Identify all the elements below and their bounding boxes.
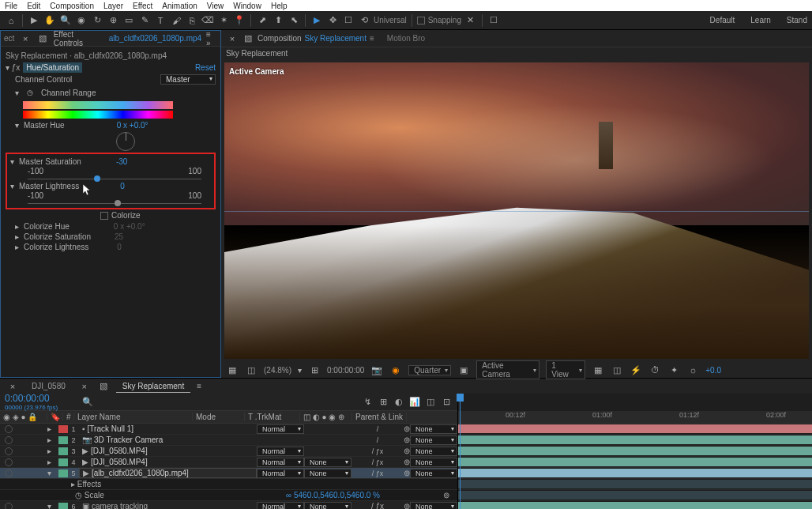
pen-tool-icon[interactable]: ✎	[138, 14, 151, 27]
disclosure-icon[interactable]: ▾	[10, 182, 14, 190]
layer-switches[interactable]: /	[351, 425, 404, 433]
adapt-res-icon[interactable]: ⊡	[440, 396, 453, 409]
motion-blur-icon[interactable]: ◐	[393, 396, 405, 409]
home-icon[interactable]: ⌂	[5, 14, 17, 27]
roto-tool-icon[interactable]: ✶	[217, 14, 230, 27]
layer-row[interactable]: ▸ 1 ▪[Track Null 1] Normal / ⊚ None	[0, 424, 457, 435]
disclosure-icon[interactable]: ▸	[47, 447, 58, 455]
scale-value[interactable]: ∞ 5460.0,5460.0,5460.0 %	[286, 491, 380, 500]
layer-row[interactable]: ▸ 3 ▶[DJI_0580.MP4] Normal / ƒx ⊚ None	[0, 446, 457, 457]
layer-name[interactable]: ▶[DJI_0580.MP4]	[79, 458, 257, 466]
visibility-toggle[interactable]	[5, 447, 13, 455]
resolution-icon[interactable]: ⊞	[308, 364, 321, 376]
workspace-standard[interactable]: Stand	[787, 16, 807, 25]
layer-mode-dropdown[interactable]: Normal	[257, 502, 304, 510]
pickwhip-icon[interactable]: ⊚	[404, 447, 410, 455]
pan-icon[interactable]: ✥	[326, 14, 339, 27]
panel-label-project[interactable]: ect	[4, 34, 14, 43]
menu-window[interactable]: Window	[233, 2, 261, 10]
layer-parent-dropdown[interactable]: None	[410, 502, 457, 510]
layer-parent-dropdown[interactable]: None	[410, 447, 457, 456]
layer-parent-dropdown[interactable]: None	[410, 458, 457, 467]
comp-tab-dji[interactable]: DJI_0580	[25, 380, 72, 392]
graph-editor-icon[interactable]: 📊	[408, 396, 421, 409]
menu-edit[interactable]: Edit	[27, 2, 40, 10]
channel-control-dropdown[interactable]: Master	[160, 74, 216, 85]
layer-color-swatch[interactable]	[58, 469, 68, 477]
layer-color-swatch[interactable]	[58, 436, 68, 444]
layer-switches[interactable]: / ƒx	[351, 447, 404, 455]
fx-toggle-icon[interactable]: ▾ ƒx	[6, 63, 20, 72]
fast-preview-icon[interactable]: ⚡	[630, 364, 642, 376]
effect-controls-tab[interactable]: Effect Controls	[54, 30, 104, 47]
exposure-value[interactable]: +0.0	[705, 366, 721, 375]
axis-view-icon[interactable]: ⬉	[288, 14, 300, 27]
pickwhip-icon[interactable]: ⊚	[404, 458, 410, 466]
comp-tab-sky[interactable]: Sky Replacement	[116, 380, 190, 393]
disclosure-icon[interactable]: ▸	[47, 458, 58, 466]
view-dropdown[interactable]: 1 View	[546, 360, 585, 379]
layer-row-6[interactable]: ▾ 6 ▣camera tracking Normal None / ƒx ⊚ …	[0, 501, 457, 509]
workspace-default[interactable]: Default	[710, 16, 735, 25]
layer-switches[interactable]: / ƒx	[351, 458, 404, 466]
draft-3d-icon[interactable]: ◫	[424, 396, 437, 409]
pickwhip-icon[interactable]: ⊚	[404, 424, 410, 433]
layer-row[interactable]: ▾ 5 ▶[alb_cldfx0206_1080p.mp4] Normal No…	[0, 468, 457, 479]
menu-animation[interactable]: Animation	[162, 2, 197, 10]
layer-switches[interactable]: /	[351, 436, 404, 444]
disclosure-icon[interactable]: ▸	[47, 435, 58, 444]
saturation-slider-thumb[interactable]	[94, 175, 100, 182]
menu-file[interactable]: File	[5, 2, 17, 10]
layer-name[interactable]: ▶[alb_cldfx0206_1080p.mp4]	[79, 468, 257, 478]
reset-button[interactable]: Reset	[195, 63, 216, 72]
layer-color-swatch[interactable]	[58, 425, 68, 433]
axis-local-icon[interactable]: ⬈	[256, 14, 269, 27]
menu-effect[interactable]: Effect	[133, 2, 152, 10]
col-trkmat[interactable]: T .TrkMat	[245, 413, 300, 421]
master-lightness-value[interactable]: 0	[120, 182, 125, 190]
cycle-icon[interactable]: ⟲	[358, 14, 370, 27]
layer-row[interactable]: ▸ 2 📷3D Tracker Camera / ⊚ None	[0, 435, 457, 446]
layer-switches[interactable]: / ƒx	[351, 469, 404, 477]
preview-viewport[interactable]: Active Camera	[224, 62, 809, 359]
brush-tool-icon[interactable]: 🖌	[170, 14, 182, 27]
search-icon[interactable]: ☐	[487, 14, 500, 27]
visibility-toggle[interactable]	[5, 436, 13, 444]
col-mode[interactable]: Mode	[193, 413, 245, 421]
timeline-icon[interactable]: ⏱	[648, 364, 661, 376]
channel-range-spectrum-top[interactable]	[23, 101, 173, 109]
layer-trkmat-dropdown[interactable]: None	[304, 458, 351, 467]
colorize-checkbox[interactable]	[100, 212, 108, 220]
exposure-icon[interactable]: ☼	[686, 364, 699, 376]
close-tab-icon[interactable]: ×	[6, 380, 19, 393]
timeline-tracks[interactable]: 00:12f 01:00f 01:12f 02:00f	[458, 394, 812, 509]
zoom-tool-icon[interactable]: 🔍	[59, 14, 72, 27]
box-icon[interactable]: ☐	[342, 14, 355, 27]
layer-row[interactable]: ▸ 4 ▶[DJI_0580.MP4] Normal None / ƒx ⊚ N…	[0, 457, 457, 468]
time-display[interactable]: 0:00:00:00	[327, 366, 364, 375]
master-hue-value[interactable]: 0 x +0.0°	[117, 121, 148, 130]
workspace-learn[interactable]: Learn	[750, 16, 771, 25]
stamp-tool-icon[interactable]: ⎘	[186, 14, 198, 27]
disclosure-icon[interactable]: ▾	[10, 157, 14, 166]
pickwhip-icon[interactable]: ⊚	[404, 435, 410, 444]
layer-parent-dropdown[interactable]: None	[410, 424, 457, 434]
layer-trkmat-dropdown[interactable]: None	[304, 469, 351, 478]
pickwhip-icon[interactable]: ⊚	[404, 469, 410, 477]
sublayer-effects[interactable]: ▸ Effects	[0, 479, 457, 490]
visibility-toggle[interactable]	[5, 469, 13, 477]
visibility-toggle[interactable]	[5, 458, 13, 466]
channel-range-spectrum-bottom[interactable]	[23, 111, 173, 119]
stopwatch-icon[interactable]: ◷	[24, 86, 36, 99]
zoom-dropdown[interactable]: (24.8%)	[264, 366, 291, 375]
channel-icon[interactable]: ◉	[389, 364, 402, 376]
shy-icon[interactable]: ↯	[361, 396, 374, 409]
frame-blend-icon[interactable]: ⊞	[377, 396, 389, 409]
disclosure-icon[interactable]: ▾	[47, 469, 58, 477]
menu-view[interactable]: View	[207, 2, 224, 10]
rotate-tool-icon[interactable]: ↻	[91, 14, 103, 27]
sublayer-scale[interactable]: ◷ Scale ∞ 5460.0,5460.0,5460.0 % ⊚	[0, 490, 457, 501]
col-layer-name[interactable]: Layer Name	[74, 413, 193, 421]
effect-name[interactable]: Hue/Saturation	[23, 62, 82, 73]
composition-name[interactable]: Sky Replacement	[305, 34, 367, 43]
